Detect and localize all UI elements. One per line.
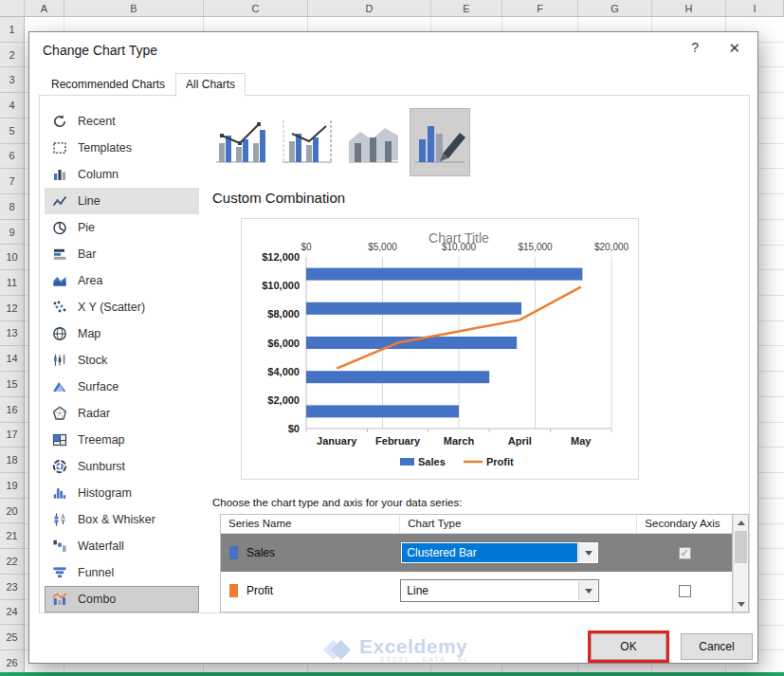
row-header-11[interactable]: 11 <box>0 270 24 296</box>
series-row-profit[interactable]: ProfitLine <box>221 572 732 610</box>
secondary-axis-tick-label: $5,000 <box>368 242 397 252</box>
category-label: May <box>571 435 592 447</box>
row-header-1[interactable]: 1 <box>0 17 24 43</box>
primary-axis-tick-label: $2,000 <box>267 394 300 406</box>
combo-subtype-clustered-column-line[interactable] <box>210 108 271 176</box>
column-header-B[interactable]: B <box>64 0 204 16</box>
column-header-A[interactable]: A <box>25 0 64 16</box>
row-header-10[interactable]: 10 <box>0 245 24 270</box>
column-header-I[interactable]: I <box>726 0 784 16</box>
tab-recommended-charts[interactable]: Recommended Charts <box>41 73 175 96</box>
combo-subtype-stacked-area-clustered-column[interactable] <box>343 108 404 176</box>
sidebar-item-combo[interactable]: Combo <box>45 586 199 612</box>
row-header-12[interactable]: 12 <box>0 296 24 321</box>
row-header-15[interactable]: 15 <box>0 372 24 397</box>
close-icon[interactable]: ✕ <box>728 40 740 57</box>
templates-icon <box>52 140 69 155</box>
row-header-25[interactable]: 25 <box>0 625 24 650</box>
sidebar-item-funnel[interactable]: Funnel <box>45 559 199 586</box>
cancel-button[interactable]: Cancel <box>681 633 753 660</box>
sidebar-item-recent[interactable]: Recent <box>45 108 199 135</box>
sidebar-item-surface[interactable]: Surface <box>45 374 199 400</box>
ok-button[interactable]: OK <box>591 633 666 660</box>
dropdown-arrow-icon[interactable] <box>578 581 597 600</box>
row-header-19[interactable]: 19 <box>0 473 24 499</box>
dropdown-arrow-icon[interactable] <box>578 543 597 562</box>
excel-window: ABCDEFGHI 123456789101112131415161718192… <box>0 0 784 676</box>
sidebar-item-histogram[interactable]: Histogram <box>45 480 199 506</box>
sidebar-item-label: Line <box>78 194 100 208</box>
column-header-D[interactable]: D <box>308 0 431 16</box>
box-whisker-chart-icon <box>52 512 69 527</box>
sidebar-item-column[interactable]: Column <box>45 161 199 188</box>
row-header-9[interactable]: 9 <box>0 220 24 246</box>
tab-all-charts[interactable]: All Charts <box>175 73 246 97</box>
sidebar-item-templates[interactable]: Templates <box>45 135 199 161</box>
row-header-17[interactable]: 17 <box>0 423 24 448</box>
sidebar-item-sunburst[interactable]: Sunburst <box>45 453 199 480</box>
row-header-7[interactable]: 7 <box>0 169 24 194</box>
chart-type-value: Line <box>402 581 577 600</box>
chart-title: Chart Title <box>428 230 489 246</box>
pie-chart-icon <box>52 220 69 235</box>
treemap-chart-icon <box>52 432 69 448</box>
row-header-13[interactable]: 13 <box>0 321 24 347</box>
row-header-24[interactable]: 24 <box>0 600 24 626</box>
row-header-22[interactable]: 22 <box>0 549 24 575</box>
row-header-2[interactable]: 2 <box>0 43 24 68</box>
exceldemy-logo-icon <box>325 637 352 662</box>
chart-type-cell: Line <box>400 572 637 610</box>
series-table-scrollbar[interactable] <box>733 514 749 612</box>
row-header-18[interactable]: 18 <box>0 448 24 473</box>
column-header-F[interactable]: F <box>502 0 578 16</box>
legend-sales-label: Sales <box>418 456 446 467</box>
all-charts-panel: RecentTemplatesColumnLinePieBarAreaX Y (… <box>39 95 750 613</box>
row-header-3[interactable]: 3 <box>0 67 24 93</box>
row-header-14[interactable]: 14 <box>0 346 24 372</box>
row-header-8[interactable]: 8 <box>0 194 24 220</box>
series-row-sales[interactable]: SalesClustered Bar✓ <box>221 534 732 572</box>
series-name-cell: Sales <box>221 534 400 572</box>
column-header-C[interactable]: C <box>204 0 308 16</box>
scroll-up-icon[interactable] <box>734 515 748 530</box>
combo-subtype-custom-combination[interactable] <box>410 108 470 176</box>
sidebar-item-treemap[interactable]: Treemap <box>45 427 199 453</box>
chart-preview: $0$5,000$10,000$15,000$20,000$0$2,000$4,… <box>241 218 639 480</box>
row-header-5[interactable]: 5 <box>0 119 24 144</box>
legend-sales-swatch <box>400 458 414 466</box>
sidebar-item-radar[interactable]: Radar <box>45 400 199 427</box>
chart-type-dropdown[interactable]: Line <box>400 579 599 602</box>
row-header-23[interactable]: 23 <box>0 575 24 600</box>
help-icon[interactable]: ? <box>691 40 699 55</box>
primary-axis-tick-label: $12,000 <box>262 251 300 263</box>
chart-type-list: RecentTemplatesColumnLinePieBarAreaX Y (… <box>45 108 199 612</box>
sidebar-item-waterfall[interactable]: Waterfall <box>45 533 199 559</box>
series-table-header-cell: Chart Type <box>400 515 637 533</box>
sidebar-item-stock[interactable]: Stock <box>45 347 199 374</box>
scrollbar-thumb[interactable] <box>735 531 747 563</box>
column-header-H[interactable]: H <box>652 0 726 16</box>
sidebar-item-line[interactable]: Line <box>45 188 199 214</box>
column-header-G[interactable]: G <box>578 0 652 16</box>
row-header-4[interactable]: 4 <box>0 93 24 119</box>
row-header-20[interactable]: 20 <box>0 499 24 524</box>
sidebar-item-area[interactable]: Area <box>45 267 199 294</box>
column-header-E[interactable]: E <box>431 0 502 16</box>
sidebar-item-x-y-scatter[interactable]: X Y (Scatter) <box>45 294 199 320</box>
line-chart-icon <box>52 193 69 209</box>
series-prompt: Choose the chart type and axis for your … <box>212 497 462 508</box>
combo-subtype-clustered-column-line-secondary-axis[interactable] <box>277 108 337 176</box>
row-header-6[interactable]: 6 <box>0 144 24 170</box>
sidebar-item-box-whisker[interactable]: Box & Whisker <box>45 506 199 533</box>
sidebar-item-pie[interactable]: Pie <box>45 214 199 241</box>
chart-type-dropdown[interactable]: Clustered Bar <box>400 541 599 564</box>
row-header-16[interactable]: 16 <box>0 397 24 423</box>
row-header-21[interactable]: 21 <box>0 523 24 549</box>
sidebar-item-map[interactable]: Map <box>45 320 199 347</box>
sidebar-item-bar[interactable]: Bar <box>45 241 199 267</box>
secondary-axis-checkbox[interactable] <box>679 585 691 597</box>
scroll-down-icon[interactable] <box>734 596 748 612</box>
select-all-corner[interactable] <box>0 0 25 16</box>
secondary-axis-checkbox[interactable]: ✓ <box>679 547 691 559</box>
secondary-axis-cell: ✓ <box>637 534 732 572</box>
